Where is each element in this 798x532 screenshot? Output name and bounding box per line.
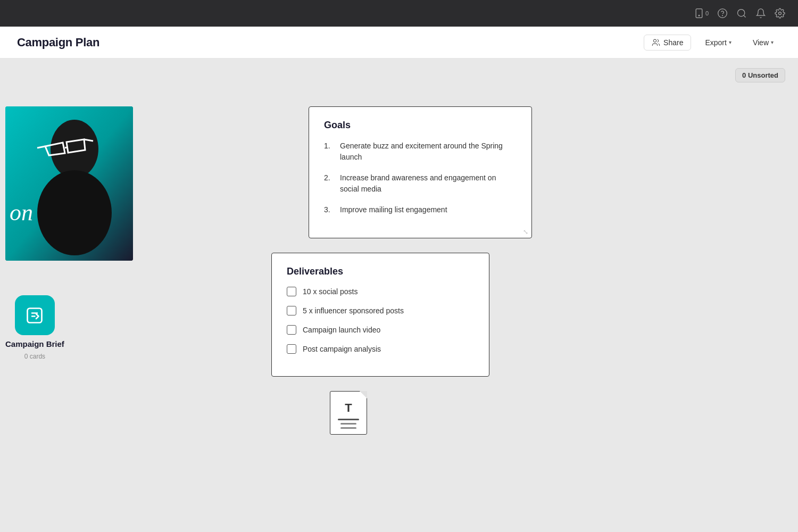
checkbox-4[interactable] bbox=[287, 344, 296, 354]
canvas: 0 Unsorted bbox=[0, 59, 798, 532]
goal-text-3: Improve mailing list engagement bbox=[340, 204, 447, 215]
header: Campaign Plan Share Export ▾ View ▾ bbox=[0, 27, 798, 59]
unsorted-label: Unsorted bbox=[748, 71, 778, 79]
deliverable-item-4: Post campaign analysis bbox=[287, 344, 474, 354]
checkbox-3[interactable] bbox=[287, 325, 296, 335]
svg-rect-16 bbox=[28, 308, 42, 322]
goals-list: 1. Generate buzz and excitement around t… bbox=[324, 140, 517, 215]
deliverable-item-3: Campaign launch video bbox=[287, 325, 474, 335]
svg-point-5 bbox=[779, 12, 782, 15]
svg-point-8 bbox=[51, 120, 98, 178]
view-label: View bbox=[753, 38, 769, 47]
fashion-image-card[interactable]: on bbox=[5, 106, 133, 261]
document-widget[interactable]: T bbox=[330, 391, 367, 435]
campaign-brief-icon[interactable] bbox=[15, 295, 55, 335]
goal-item-2: 2. Increase brand awareness and engageme… bbox=[324, 172, 517, 195]
deliverable-text-4: Post campaign analysis bbox=[303, 345, 381, 353]
view-button[interactable]: View ▾ bbox=[745, 35, 781, 50]
doc-line-2 bbox=[340, 423, 356, 425]
brief-svg-icon bbox=[25, 306, 44, 325]
help-icon[interactable] bbox=[717, 8, 728, 19]
document-icon: T bbox=[330, 391, 367, 435]
svg-point-10 bbox=[37, 170, 112, 255]
view-chevron-icon: ▾ bbox=[771, 39, 774, 45]
goals-title: Goals bbox=[324, 120, 517, 131]
share-label: Share bbox=[663, 38, 683, 47]
checkbox-1[interactable] bbox=[287, 287, 296, 296]
search-icon[interactable] bbox=[736, 8, 747, 19]
deliverables-card: Deliverables 10 x social posts 5 x influ… bbox=[271, 253, 489, 377]
topbar: 0 bbox=[0, 0, 798, 27]
deliverable-item-1: 10 x social posts bbox=[287, 287, 474, 296]
share-button[interactable]: Share bbox=[644, 35, 691, 51]
fashion-svg bbox=[5, 106, 133, 261]
export-button[interactable]: Export ▾ bbox=[697, 35, 738, 50]
header-actions: Share Export ▾ View ▾ bbox=[644, 35, 781, 51]
goal-item-3: 3. Improve mailing list engagement bbox=[324, 204, 517, 215]
fashion-text: on bbox=[10, 199, 33, 226]
svg-point-4 bbox=[738, 10, 745, 16]
tablet-badge: 0 bbox=[705, 10, 709, 16]
goals-card: Goals 1. Generate buzz and excitement ar… bbox=[309, 106, 532, 238]
deliverable-item-2: 5 x influencer sponsored posts bbox=[287, 306, 474, 315]
deliverable-text-2: 5 x influencer sponsored posts bbox=[303, 306, 404, 315]
export-chevron-icon: ▾ bbox=[729, 39, 732, 45]
goal-item-1: 1. Generate buzz and excitement around t… bbox=[324, 140, 517, 163]
goal-text-1: Generate buzz and excitement around the … bbox=[340, 140, 517, 163]
svg-point-2 bbox=[718, 9, 727, 18]
resize-handle-icon[interactable]: ⤡ bbox=[523, 228, 528, 236]
deliverable-text-1: 10 x social posts bbox=[303, 287, 358, 296]
doc-line-3 bbox=[340, 427, 356, 429]
campaign-brief-widget[interactable]: Campaign Brief 0 cards bbox=[5, 295, 64, 360]
tablet-icon[interactable]: 0 bbox=[694, 8, 709, 19]
svg-point-3 bbox=[722, 15, 723, 16]
deliverables-title: Deliverables bbox=[287, 266, 474, 277]
unsorted-badge[interactable]: 0 Unsorted bbox=[735, 68, 785, 82]
campaign-brief-label: Campaign Brief bbox=[5, 339, 64, 348]
svg-rect-0 bbox=[696, 9, 702, 18]
bell-icon[interactable] bbox=[755, 8, 766, 19]
unsorted-count: 0 bbox=[742, 71, 746, 79]
doc-line-1 bbox=[338, 419, 359, 420]
svg-line-13 bbox=[65, 147, 66, 148]
deliverable-text-3: Campaign launch video bbox=[303, 326, 380, 334]
page-title: Campaign Plan bbox=[17, 36, 99, 49]
svg-point-1 bbox=[699, 15, 700, 16]
fashion-image: on bbox=[5, 106, 133, 261]
goal-text-2: Increase brand awareness and engagement … bbox=[340, 172, 517, 195]
campaign-brief-sublabel: 0 cards bbox=[24, 353, 45, 360]
svg-point-6 bbox=[653, 39, 656, 42]
export-label: Export bbox=[705, 38, 726, 47]
settings-icon[interactable] bbox=[775, 8, 785, 19]
doc-t-icon: T bbox=[345, 401, 352, 415]
checkbox-2[interactable] bbox=[287, 306, 296, 315]
